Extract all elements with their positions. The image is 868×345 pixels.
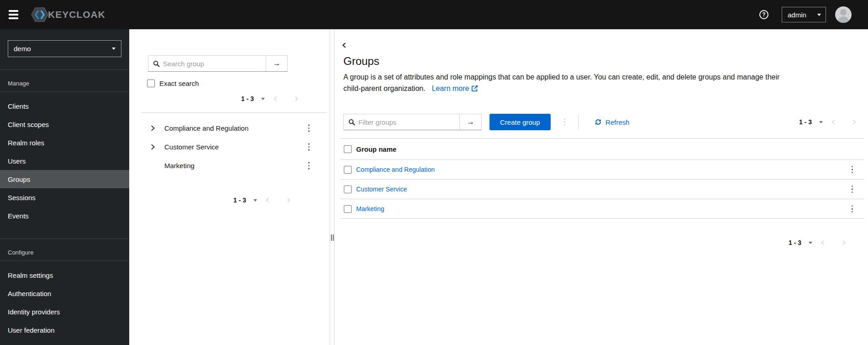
chevron-right-icon (285, 197, 292, 203)
sidebar-item-events[interactable]: Events (0, 207, 129, 225)
search-group-input[interactable] (163, 60, 266, 68)
collapse-drawer-button[interactable] (341, 42, 347, 48)
sidebar-item-authentication[interactable]: Authentication (0, 284, 129, 303)
chevron-down-icon (817, 14, 821, 16)
nav-section-configure: Configure (0, 239, 129, 260)
pagination-next-button[interactable] (833, 236, 854, 249)
external-link-icon (472, 85, 478, 91)
realm-selector-label: demo (14, 45, 31, 53)
kebab-menu-button[interactable] (306, 122, 312, 134)
search-icon (348, 119, 355, 126)
exact-search-label: Exact search (159, 80, 199, 87)
pagination-next-button[interactable] (278, 194, 299, 207)
pagination-options-caret-icon[interactable] (809, 242, 812, 244)
sidebar-item-users[interactable]: Users (0, 152, 129, 170)
row-checkbox[interactable] (344, 205, 352, 213)
realm-selector[interactable]: demo (8, 40, 121, 57)
chevron-left-icon (830, 119, 836, 125)
divider (0, 91, 129, 92)
keycloak-logo: KEYCLOAK (31, 5, 105, 24)
sidebar-item-realm-settings[interactable]: Realm settings (0, 266, 129, 284)
groups-table: Group name Compliance and Regulation Cus… (340, 138, 864, 219)
exact-search-checkbox[interactable] (147, 80, 155, 87)
expand-chevron-icon[interactable] (149, 143, 157, 150)
pagination-prev-button[interactable] (812, 236, 833, 249)
arrow-right-icon: → (467, 117, 474, 127)
table-row: Customer Service (340, 180, 864, 199)
tree-item-customer-service: Customer Service (129, 138, 330, 156)
chevron-left-icon (272, 96, 279, 102)
pagination-prev-button[interactable] (265, 92, 286, 105)
groups-toolbar: → Create group Refresh 1 - 3 (343, 114, 865, 130)
groups-tree: Compliance and Regulation Customer Servi… (129, 119, 330, 175)
pagination-options-caret-icon[interactable] (253, 199, 257, 202)
groups-main-panel: Groups A group is a set of attributes an… (335, 29, 868, 345)
filter-groups-box: → (343, 114, 482, 130)
refresh-button[interactable]: Refresh (594, 118, 630, 126)
create-group-button[interactable]: Create group (489, 114, 551, 130)
chevron-right-icon (293, 96, 300, 102)
chevron-left-icon (820, 239, 826, 246)
chevron-down-icon (112, 48, 116, 50)
divider (142, 112, 326, 113)
search-group-submit-button[interactable]: → (266, 56, 287, 71)
sidebar-item-clients[interactable]: Clients (0, 97, 129, 115)
nav-section-manage: Manage (0, 70, 129, 91)
select-all-checkbox[interactable] (344, 145, 352, 153)
refresh-icon (594, 118, 602, 126)
sidebar-item-groups[interactable]: Groups (0, 170, 129, 188)
tree-item-compliance-and-regulation: Compliance and Regulation (129, 119, 330, 138)
search-icon (153, 60, 160, 67)
learn-more-link[interactable]: Learn more (432, 85, 478, 92)
user-dropdown[interactable]: admin (782, 7, 826, 22)
pagination-next-button[interactable] (286, 92, 307, 105)
sidebar-item-user-federation[interactable]: User federation (0, 321, 129, 339)
tree-item-label[interactable]: Marketing (164, 162, 195, 170)
divider (578, 115, 579, 129)
refresh-label: Refresh (605, 118, 630, 126)
masthead: KEYCLOAK ? admin (0, 0, 868, 29)
tree-pagination-bottom: 1 - 3 (129, 193, 330, 207)
chevron-right-icon (841, 239, 847, 246)
column-header-group-name: Group name (356, 145, 396, 153)
row-checkbox[interactable] (344, 166, 352, 174)
pagination-options-caret-icon[interactable] (261, 98, 265, 100)
table-row: Marketing (340, 199, 864, 219)
kebab-menu-button[interactable] (850, 164, 855, 175)
pagination-prev-button[interactable] (257, 194, 278, 207)
tree-item-label[interactable]: Compliance and Regulation (164, 124, 248, 132)
chevron-left-icon (264, 197, 271, 203)
sidebar-item-realm-roles[interactable]: Realm roles (0, 133, 129, 152)
group-link[interactable]: Customer Service (356, 186, 407, 193)
help-icon[interactable]: ? (759, 10, 768, 19)
page-description: A group is a set of attributes and role … (343, 72, 868, 94)
kebab-menu-button[interactable] (850, 184, 855, 195)
filter-groups-input[interactable] (358, 118, 459, 126)
pagination-range: 1 - 3 (789, 239, 801, 246)
toolbar-kebab-menu-button[interactable] (562, 117, 568, 128)
expand-chevron-icon[interactable] (149, 125, 157, 132)
pagination-next-button[interactable] (844, 116, 865, 128)
kebab-menu-button[interactable] (850, 203, 855, 215)
groups-tree-panel: → Exact search 1 - 3 Compliance and Regu… (129, 29, 330, 345)
group-link[interactable]: Compliance and Regulation (356, 166, 435, 173)
avatar[interactable] (835, 6, 852, 23)
chevron-right-icon (851, 119, 857, 125)
group-link[interactable]: Marketing (356, 205, 384, 212)
table-pagination-top: 1 - 3 (799, 115, 865, 129)
panel-resize-splitter[interactable] (330, 29, 335, 345)
row-checkbox[interactable] (344, 186, 352, 193)
kebab-menu-button[interactable] (306, 160, 312, 171)
nav-toggle-hamburger-icon[interactable] (9, 10, 18, 19)
tree-item-label[interactable]: Customer Service (164, 143, 219, 151)
pagination-options-caret-icon[interactable] (819, 121, 823, 123)
kebab-menu-button[interactable] (306, 141, 312, 153)
pagination-prev-button[interactable] (823, 116, 844, 128)
table-header-row: Group name (340, 139, 864, 160)
user-dropdown-label: admin (788, 11, 806, 19)
sidebar-item-identity-providers[interactable]: Identity providers (0, 303, 129, 321)
sidebar-item-sessions[interactable]: Sessions (0, 188, 129, 207)
sidebar-item-client-scopes[interactable]: Client scopes (0, 115, 129, 133)
filter-groups-submit-button[interactable]: → (459, 114, 481, 130)
keycloak-logo-icon (31, 5, 49, 24)
